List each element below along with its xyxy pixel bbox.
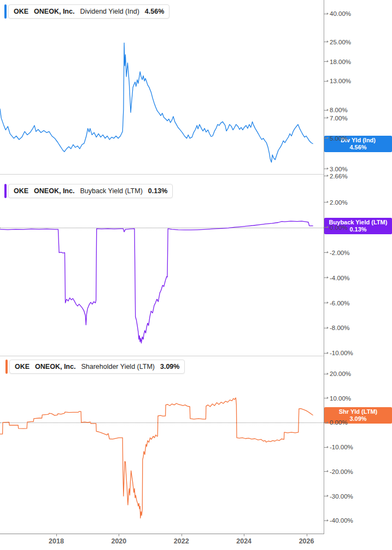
badge-series-label: Shr Yld (LTM) — [324, 408, 392, 415]
x-tick-label: 2018 — [43, 537, 69, 545]
y-tick-label: 5.00% — [330, 135, 348, 142]
legend-color-bar — [4, 4, 7, 19]
x-tick-label: 2022 — [168, 537, 195, 545]
legend-buyback-yield[interactable]: OKE ONEOK, Inc. Buyback Yield (LTM) 0.13… — [4, 184, 173, 198]
y-tick-mark — [324, 61, 327, 62]
y-tick-label: -10.00% — [330, 443, 353, 451]
y-tick-mark — [324, 110, 327, 111]
y-tick-mark — [324, 138, 327, 138]
series-name: Buyback Yield (LTM) — [80, 187, 142, 195]
y-tick-mark — [324, 14, 327, 14]
x-tick-label: 2024 — [231, 537, 257, 545]
y-tick-label: -2.00% — [330, 249, 349, 257]
y-tick-mark — [324, 227, 327, 228]
legend-color-bar — [5, 360, 8, 374]
y-tick-label: -30.00% — [330, 493, 353, 500]
multi-chart-panel: OKE ONEOK, Inc. Dividend Yield (Ind) 4.5… — [0, 0, 392, 550]
x-tick-mark — [56, 534, 57, 536]
y-tick-label: 0.00% — [330, 224, 348, 231]
legend-box: OKE ONEOK, Inc. Dividend Yield (Ind) 4.5… — [8, 4, 169, 19]
y-tick-mark — [324, 496, 327, 496]
series-value: 4.56% — [145, 8, 164, 15]
series-name: Dividend Yield (Ind) — [80, 8, 139, 15]
y-tick-label: -6.00% — [330, 299, 349, 307]
ticker: OKE — [14, 8, 28, 15]
x-tick-mark — [119, 534, 119, 536]
y-tick-mark — [324, 398, 327, 398]
y-tick-mark — [324, 374, 327, 374]
y-tick-mark — [324, 176, 327, 176]
y-tick-mark — [324, 520, 327, 521]
legend-box: OKE ONEOK, Inc. Buyback Yield (LTM) 0.13… — [8, 184, 173, 198]
y-tick-label: -4.00% — [330, 274, 349, 282]
series-line — [0, 43, 313, 162]
series-name: Shareholder Yield (LTM) — [81, 363, 155, 370]
line-chart-2[interactable] — [0, 356, 324, 534]
y-tick-label: 7.00% — [330, 114, 348, 122]
line-chart-0[interactable] — [0, 0, 324, 174]
x-tick-label: 2020 — [106, 537, 132, 545]
y-tick-mark — [324, 422, 327, 423]
y-tick-label: 8.00% — [330, 106, 348, 114]
x-tick-label: 2026 — [294, 537, 320, 545]
y-tick-mark — [324, 169, 327, 169]
y-tick-label: 2.66% — [330, 172, 348, 180]
y-axis-line — [324, 0, 324, 534]
badge-value: 4.56% — [324, 144, 392, 151]
legend-dividend-yield[interactable]: OKE ONEOK, Inc. Dividend Yield (Ind) 4.5… — [4, 4, 169, 19]
y-tick-label: -20.00% — [330, 468, 353, 476]
series-line — [0, 221, 313, 343]
y-tick-label: 13.00% — [330, 77, 351, 85]
y-tick-label: 2.00% — [330, 199, 348, 206]
y-tick-mark — [324, 42, 327, 42]
x-axis-line — [0, 534, 324, 534]
company-name: ONEOK, Inc. — [34, 187, 74, 195]
ticker: OKE — [15, 363, 30, 370]
y-tick-label: 0.00% — [330, 419, 348, 426]
y-tick-mark — [324, 328, 327, 328]
y-tick-label: -8.00% — [330, 324, 349, 332]
y-tick-label: 20.00% — [330, 370, 351, 378]
line-chart-1[interactable] — [0, 174, 324, 356]
y-tick-mark — [324, 447, 327, 448]
y-tick-mark — [324, 81, 327, 82]
y-tick-label: 10.00% — [330, 395, 351, 402]
y-tick-mark — [324, 252, 327, 253]
series-value: 3.09% — [160, 363, 179, 370]
y-tick-label: 3.00% — [330, 165, 348, 173]
legend-color-bar — [4, 184, 7, 198]
series-value: 0.13% — [148, 187, 167, 195]
legend-shareholder-yield[interactable]: OKE ONEOK, Inc. Shareholder Yield (LTM) … — [5, 360, 185, 374]
y-tick-label: 40.00% — [330, 10, 351, 18]
y-tick-mark — [324, 303, 327, 303]
company-name: ONEOK, Inc. — [35, 363, 75, 370]
y-tick-label: 25.00% — [330, 38, 351, 46]
x-tick-mark — [182, 534, 182, 536]
x-tick-mark — [307, 534, 307, 536]
y-tick-mark — [324, 277, 327, 278]
y-tick-label: -10.00% — [330, 349, 353, 357]
y-tick-label: -40.00% — [330, 517, 353, 524]
y-tick-mark — [324, 202, 327, 202]
y-tick-mark — [324, 471, 327, 472]
company-name: ONEOK, Inc. — [34, 8, 74, 15]
ticker: OKE — [14, 187, 28, 195]
y-tick-mark — [324, 353, 327, 354]
series-line — [0, 398, 313, 518]
y-tick-label: 18.00% — [330, 58, 351, 66]
legend-box: OKE ONEOK, Inc. Shareholder Yield (LTM) … — [9, 360, 185, 374]
y-tick-mark — [324, 118, 327, 118]
x-tick-mark — [244, 534, 244, 536]
